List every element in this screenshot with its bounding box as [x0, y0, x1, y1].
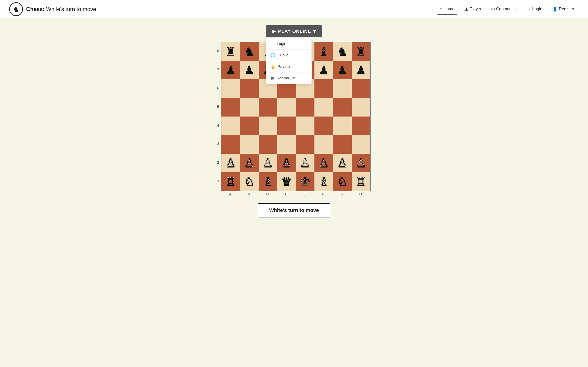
play-online-container: ▶ PLAY ONLINE ▾ → Login 🌐 Public 🔒 Priva…: [266, 25, 322, 37]
cell-c5[interactable]: [259, 98, 277, 117]
file-g: G: [333, 192, 351, 196]
cell-a2[interactable]: ♙: [221, 154, 240, 172]
cell-h3[interactable]: [352, 135, 370, 154]
rank-2: 2: [217, 153, 219, 172]
cell-h7[interactable]: ♟: [352, 61, 370, 79]
cell-h2[interactable]: ♙: [352, 154, 370, 172]
piece-f7: ♟: [318, 64, 329, 76]
cell-a7[interactable]: ♟: [221, 61, 240, 79]
cell-b7[interactable]: ♟: [240, 61, 259, 79]
cell-g8[interactable]: ♞: [333, 42, 352, 61]
piece-a1: ♖: [225, 176, 236, 188]
cell-c1[interactable]: ♗: [259, 172, 277, 191]
cell-b3[interactable]: [240, 135, 259, 154]
cell-h8[interactable]: ♜: [352, 42, 370, 61]
login-icon: →: [527, 7, 531, 11]
cell-a3[interactable]: [221, 135, 240, 154]
cell-e5[interactable]: [296, 98, 314, 117]
nav-play[interactable]: ♟ Play ▾: [460, 5, 486, 14]
rank-5: 5: [217, 98, 219, 116]
cell-g3[interactable]: [333, 135, 352, 154]
cell-b2[interactable]: ♙: [240, 154, 259, 172]
nav-register[interactable]: 👤 Register: [548, 5, 579, 14]
cell-f3[interactable]: [314, 135, 333, 154]
cell-b1[interactable]: ♘: [240, 172, 259, 191]
cell-e2[interactable]: ♙: [296, 154, 314, 172]
cell-h4[interactable]: [352, 117, 370, 135]
cell-h1[interactable]: ♖: [352, 172, 370, 191]
piece-d1: ♕: [281, 176, 292, 188]
piece-h2: ♙: [355, 157, 366, 169]
cell-g5[interactable]: [333, 98, 352, 117]
dropdown-public-icon: 🌐: [271, 53, 275, 58]
cell-f8[interactable]: ♝: [314, 42, 333, 61]
cell-c2[interactable]: ♙: [259, 154, 277, 172]
cell-f5[interactable]: [314, 98, 333, 117]
cell-d2[interactable]: ♙: [277, 154, 296, 172]
cell-h5[interactable]: [352, 98, 370, 117]
cell-a5[interactable]: [221, 98, 240, 117]
nav-contact[interactable]: ✉ Contact Us: [487, 5, 521, 14]
dropdown-public[interactable]: 🌐 Public: [266, 50, 311, 61]
cell-e1[interactable]: ♔: [296, 172, 314, 191]
rank-4: 4: [217, 116, 219, 135]
dropdown-private-icon: 🔒: [271, 64, 275, 69]
cell-f4[interactable]: [314, 117, 333, 135]
cell-b6[interactable]: [240, 79, 259, 98]
cell-g7[interactable]: ♟: [333, 61, 352, 79]
cell-a4[interactable]: [221, 117, 240, 135]
cell-a1[interactable]: ♖: [221, 172, 240, 191]
brand-link[interactable]: ♞ Chess: White's turn to move: [9, 2, 96, 16]
cell-g6[interactable]: [333, 79, 352, 98]
cell-d5[interactable]: [277, 98, 296, 117]
play-online-button[interactable]: ▶ PLAY ONLINE ▾: [266, 25, 322, 37]
piece-h7: ♟: [355, 64, 366, 76]
cell-b4[interactable]: [240, 117, 259, 135]
cell-d1[interactable]: ♕: [277, 172, 296, 191]
chevron-down-icon: ▾: [479, 7, 481, 12]
piece-a7: ♟: [225, 64, 236, 76]
piece-c2: ♙: [262, 157, 273, 169]
nav-login[interactable]: → Login: [522, 5, 547, 13]
piece-a2: ♙: [225, 157, 236, 169]
dropdown-login-icon: →: [271, 42, 275, 46]
cell-a8[interactable]: ♜: [221, 42, 240, 61]
cell-h6[interactable]: [352, 79, 370, 98]
cell-g1[interactable]: ♘: [333, 172, 352, 191]
navbar: ♞ Chess: White's turn to move ⌂ Home ♟ P…: [0, 0, 588, 18]
dropdown-login[interactable]: → Login: [266, 38, 311, 50]
cell-c3[interactable]: [259, 135, 277, 154]
play-dropdown-menu: → Login 🌐 Public 🔒 Private ▦ Rooms' list: [266, 38, 312, 84]
dropdown-rooms-icon: ▦: [271, 76, 274, 81]
piece-h8: ♜: [355, 46, 366, 58]
rank-labels: 8 7 6 5 4 3 2 1: [217, 42, 221, 190]
cell-g2[interactable]: ♙: [333, 154, 352, 172]
cell-c4[interactable]: [259, 117, 277, 135]
piece-g8: ♞: [337, 46, 348, 58]
piece-f2: ♙: [318, 157, 329, 169]
piece-b2: ♙: [244, 157, 255, 169]
cell-b5[interactable]: [240, 98, 259, 117]
cell-a6[interactable]: [221, 79, 240, 98]
cell-d4[interactable]: [277, 117, 296, 135]
cell-g4[interactable]: [333, 117, 352, 135]
cell-b8[interactable]: ♞: [240, 42, 259, 61]
piece-b8: ♞: [244, 46, 255, 58]
cell-f7[interactable]: ♟: [314, 61, 333, 79]
cell-d3[interactable]: [277, 135, 296, 154]
piece-b1: ♘: [244, 176, 255, 188]
cell-f2[interactable]: ♙: [314, 154, 333, 172]
piece-d2: ♙: [281, 157, 292, 169]
dropdown-rooms[interactable]: ▦ Rooms' list: [266, 73, 311, 84]
file-f: F: [314, 192, 333, 196]
play-icon: ♟: [465, 7, 468, 12]
cell-f1[interactable]: ♗: [314, 172, 333, 191]
status-bar: White's turn to move: [258, 203, 330, 217]
nav-home[interactable]: ⌂ Home: [435, 5, 459, 13]
dropdown-private[interactable]: 🔒 Private: [266, 61, 311, 73]
cell-e4[interactable]: [296, 117, 314, 135]
piece-e1: ♔: [300, 176, 311, 188]
cell-e3[interactable]: [296, 135, 314, 154]
cell-f6[interactable]: [314, 79, 333, 98]
rank-7: 7: [217, 60, 219, 79]
